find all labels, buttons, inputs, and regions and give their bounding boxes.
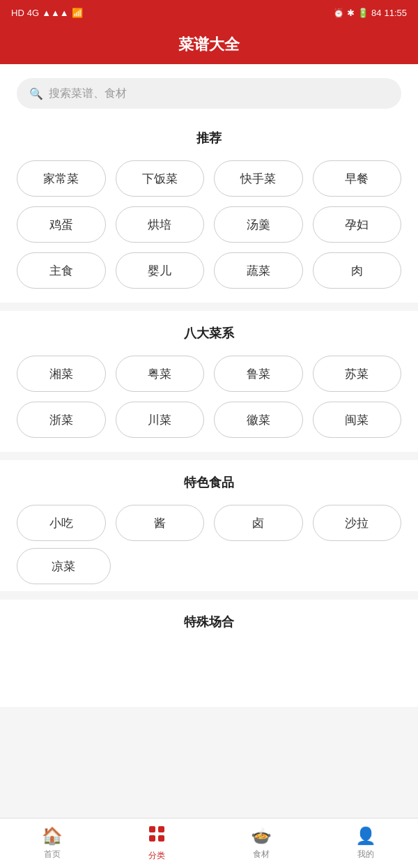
recommend-title: 推荐 [17,130,401,146]
tag-卤[interactable]: 卤 [214,505,303,541]
signal-icon: HD [11,8,24,18]
search-icon: 🔍 [29,87,43,100]
tag-沙拉[interactable]: 沙拉 [313,505,402,541]
tag-徽菜[interactable]: 徽菜 [214,402,303,438]
nav-profile[interactable]: 👤 我的 [314,826,418,860]
nav-profile-label: 我的 [357,848,374,860]
status-right: ⏰ ✱ 🔋 84 11:55 [333,8,407,18]
battery-icon: 🔋 [357,8,369,18]
tag-川菜[interactable]: 川菜 [116,402,205,438]
nav-category-label: 分类 [148,850,165,862]
tag-汤羹[interactable]: 汤羹 [214,206,303,243]
tag-烘培[interactable]: 烘培 [116,206,205,243]
battery-level: 84 [371,8,381,18]
status-bar: HD 4G ▲▲▲ 📶 ⏰ ✱ 🔋 84 11:55 [0,0,418,25]
nav-ingredients[interactable]: 🍲 食材 [209,826,314,860]
alarm-icon: ⏰ [333,8,344,18]
svg-rect-3 [158,835,164,842]
tag-粤菜[interactable]: 粤菜 [116,356,205,392]
tag-小吃[interactable]: 小吃 [17,505,106,541]
recommend-grid: 家常菜 下饭菜 快手菜 早餐 鸡蛋 烘培 汤羹 孕妇 主食 婴儿 蔬菜 肉 [17,160,401,289]
search-placeholder: 搜索菜谱、食材 [49,86,127,101]
profile-icon: 👤 [355,826,376,846]
nav-ingredients-label: 食材 [253,848,270,860]
tag-凉菜[interactable]: 凉菜 [17,548,111,584]
occasion-title: 特殊场合 [17,614,401,630]
status-left: HD 4G ▲▲▲ 📶 [11,8,83,18]
signal-bars: 📶 [72,8,83,18]
cuisines-title: 八大菜系 [17,325,401,342]
divider-3 [0,591,418,600]
category-icon [148,825,166,847]
divider-1 [0,303,418,311]
search-section: 🔍 搜索菜谱、食材 [0,64,418,116]
tag-蔬菜[interactable]: 蔬菜 [214,252,303,289]
bluetooth-icon: ✱ [347,8,355,18]
specialty-title: 特色食品 [17,474,401,491]
network-icon: 4G [27,8,39,18]
bottom-nav: 🏠 首页 分类 🍲 食材 👤 我的 [0,818,418,868]
tag-肉[interactable]: 肉 [313,252,402,289]
tag-闽菜[interactable]: 闽菜 [313,402,402,438]
tag-早餐[interactable]: 早餐 [313,160,402,197]
time-display: 11:55 [384,8,407,18]
nav-home[interactable]: 🏠 首页 [0,826,104,860]
page-title: 菜谱大全 [178,34,240,55]
svg-rect-0 [149,826,155,832]
specialty-grid: 小吃 酱 卤 沙拉 [17,505,401,541]
tag-下饭菜[interactable]: 下饭菜 [116,160,205,197]
svg-rect-2 [149,835,155,842]
specialty-section: 特色食品 小吃 酱 卤 沙拉 凉菜 [0,460,418,591]
tag-苏菜[interactable]: 苏菜 [313,356,402,392]
nav-category[interactable]: 分类 [104,825,209,862]
tag-鲁菜[interactable]: 鲁菜 [214,356,303,392]
tag-酱[interactable]: 酱 [116,505,205,541]
recommend-section: 推荐 家常菜 下饭菜 快手菜 早餐 鸡蛋 烘培 汤羹 孕妇 主食 婴儿 蔬菜 肉 [0,116,418,303]
app-header: 菜谱大全 [0,25,418,64]
cuisines-grid: 湘菜 粤菜 鲁菜 苏菜 浙菜 川菜 徽菜 闽菜 [17,356,401,438]
tag-快手菜[interactable]: 快手菜 [214,160,303,197]
tag-浙菜[interactable]: 浙菜 [17,402,106,438]
divider-2 [0,452,418,460]
tag-湘菜[interactable]: 湘菜 [17,356,106,392]
occasion-section: 特殊场合 [0,600,418,651]
tag-主食[interactable]: 主食 [17,252,106,289]
svg-rect-1 [158,826,164,832]
ingredients-icon: 🍲 [251,826,272,846]
tag-孕妇[interactable]: 孕妇 [313,206,402,243]
nav-home-label: 首页 [44,848,61,860]
main-content: 🔍 搜索菜谱、食材 推荐 家常菜 下饭菜 快手菜 早餐 鸡蛋 烘培 汤羹 孕妇 … [0,64,418,707]
tag-家常菜[interactable]: 家常菜 [17,160,106,197]
home-icon: 🏠 [42,826,63,846]
cuisines-section: 八大菜系 湘菜 粤菜 鲁菜 苏菜 浙菜 川菜 徽菜 闽菜 [0,311,418,452]
tag-婴儿[interactable]: 婴儿 [116,252,205,289]
tag-鸡蛋[interactable]: 鸡蛋 [17,206,106,243]
search-bar[interactable]: 🔍 搜索菜谱、食材 [17,78,401,109]
wifi-icon: ▲▲▲ [42,8,69,18]
